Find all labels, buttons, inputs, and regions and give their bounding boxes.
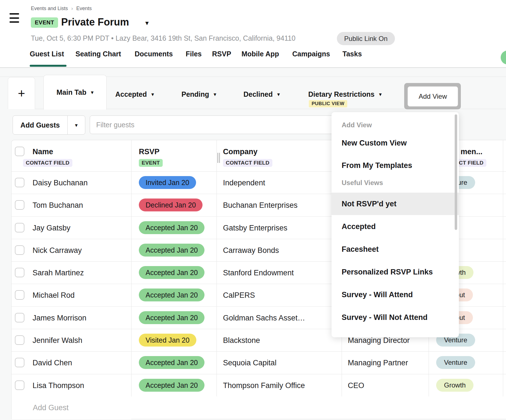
guest-name[interactable]: David Chen: [33, 359, 72, 367]
column-header-company[interactable]: Company: [223, 147, 257, 156]
row-checkbox[interactable]: [15, 268, 24, 277]
guest-name[interactable]: James Morrison: [33, 314, 86, 322]
menu-item-not-rsvpd-yet[interactable]: Not RSVP'd yet: [332, 193, 459, 215]
view-tab-main-tab[interactable]: Main Tab ▾: [43, 75, 107, 110]
row-checkbox[interactable]: [15, 380, 24, 390]
table-bottom-border: [131, 419, 506, 419]
select-all-checkbox[interactable]: [15, 147, 24, 156]
add-tab-button[interactable]: +: [8, 77, 35, 109]
menu-item-new-custom-view[interactable]: New Custom View: [332, 132, 459, 154]
tab-files[interactable]: Files: [186, 50, 202, 58]
view-tab-declined[interactable]: Declined ▾: [243, 90, 280, 98]
filter-guests-placeholder: Filter guests: [96, 121, 134, 129]
row-checkbox[interactable]: [15, 178, 24, 187]
guest-title[interactable]: Managing Partner: [348, 359, 408, 367]
rsvp-status-pill[interactable]: Accepted Jan 20: [139, 266, 204, 279]
row-checkbox[interactable]: [15, 335, 24, 345]
tab-campaigns[interactable]: Campaigns: [292, 50, 330, 58]
guest-name[interactable]: Lisa Thompson: [33, 381, 84, 390]
guest-company[interactable]: Blackstone: [223, 336, 260, 345]
chevron-down-icon[interactable]: ▾: [277, 91, 280, 98]
guest-company[interactable]: Goldman Sachs Asset…: [223, 314, 305, 322]
public-link-status-badge[interactable]: Public Link On: [337, 32, 395, 45]
hamburger-menu-icon[interactable]: [10, 13, 19, 23]
tab-seating-chart[interactable]: Seating Chart: [75, 50, 121, 58]
menu-item-survey-will-not-attend[interactable]: Survey - Will Not Attend: [332, 306, 459, 329]
row-checkbox[interactable]: [15, 223, 24, 232]
row-checkbox[interactable]: [15, 358, 24, 367]
column-resize-handle[interactable]: [217, 153, 221, 163]
guest-name[interactable]: Tom Buchanan: [33, 201, 83, 210]
rsvp-status-pill[interactable]: Accepted Jan 20: [139, 244, 204, 257]
view-tab-dietary-restrictions[interactable]: Dietary Restrictions ▾: [308, 90, 382, 98]
guest-company[interactable]: Carraway Bonds: [223, 246, 279, 255]
add-guests-button[interactable]: Add Guests ▾: [13, 116, 85, 135]
add-guest-row[interactable]: Add Guest: [11, 396, 506, 419]
guest-company[interactable]: Independent: [223, 179, 265, 187]
tab-guest-list[interactable]: Guest List: [30, 50, 64, 58]
chevron-down-icon[interactable]: ▾: [151, 91, 154, 98]
guest-name[interactable]: Sarah Martinez: [33, 269, 84, 277]
rsvp-status-pill[interactable]: Accepted Jan 20: [139, 221, 204, 234]
guest-company[interactable]: Sequoia Capital: [223, 359, 277, 367]
guest-name[interactable]: Daisy Buchanan: [33, 179, 88, 187]
tab-tasks[interactable]: Tasks: [342, 50, 362, 58]
guest-name[interactable]: Jay Gatsby: [33, 224, 70, 232]
column-header-name[interactable]: Name: [33, 147, 53, 156]
guest-company[interactable]: CalPERS: [223, 291, 255, 300]
rsvp-status-pill[interactable]: Accepted Jan 20: [139, 311, 204, 324]
menu-item-from-my-templates[interactable]: From My Templates: [332, 154, 459, 177]
add-guests-dropdown-caret-icon[interactable]: ▾: [67, 116, 85, 134]
menu-item-accepted[interactable]: Accepted: [332, 215, 459, 238]
floating-action-button[interactable]: [501, 50, 506, 64]
dropdown-section-add-view: Add View: [342, 121, 372, 129]
rsvp-status-pill[interactable]: Accepted Jan 20: [139, 356, 204, 369]
row-checkbox[interactable]: [15, 313, 24, 322]
view-tab-pending[interactable]: Pending ▾: [181, 90, 216, 98]
column-tag-contact-field: CONTACT FIELD: [223, 159, 272, 167]
row-checkbox[interactable]: [15, 290, 24, 300]
rsvp-status-pill[interactable]: Declined Jan 20: [139, 199, 203, 211]
breadcrumb-events[interactable]: Events: [76, 6, 92, 11]
guest-company[interactable]: Buchanan Enterprises: [223, 201, 298, 210]
title-dropdown-caret-icon[interactable]: ▾: [145, 19, 149, 27]
segment-badge[interactable]: Growth: [436, 379, 473, 392]
guest-name[interactable]: Nick Carraway: [33, 246, 82, 255]
rsvp-status-pill[interactable]: Visited Jan 20: [139, 334, 196, 347]
chevron-down-icon[interactable]: ▾: [214, 91, 217, 98]
menu-item-partial-clipped[interactable]: 2024 Guest: [332, 330, 459, 337]
menu-item-personalized-rsvp-links[interactable]: Personalized RSVP Links: [332, 261, 459, 283]
guest-company[interactable]: Stanford Endowment: [223, 269, 294, 277]
view-tab-dietary-label: Dietary Restrictions: [308, 90, 374, 98]
segment-badge[interactable]: Venture: [436, 356, 475, 369]
page-title: Private Forum: [61, 16, 129, 28]
rsvp-status-pill[interactable]: Invited Jan 20: [139, 176, 196, 189]
menu-item-facesheet[interactable]: Facesheet: [332, 238, 459, 260]
guest-name[interactable]: Jennifer Walsh: [33, 336, 82, 345]
event-date-location: Tue, Oct 5, 6:30 PM PDT • Lazy Bear, 341…: [31, 34, 296, 42]
guest-company[interactable]: Gatsby Enterprises: [223, 224, 288, 232]
view-tab-accepted[interactable]: Accepted ▾: [115, 90, 154, 98]
row-checkbox[interactable]: [15, 200, 24, 210]
guest-title[interactable]: Managing Director: [348, 336, 410, 345]
guest-title[interactable]: CEO: [348, 381, 364, 390]
tab-rsvp[interactable]: RSVP: [212, 50, 231, 58]
rsvp-status-pill[interactable]: Accepted Jan 20: [139, 379, 204, 392]
guest-company[interactable]: Thompson Family Office: [223, 381, 305, 390]
column-header-truncated[interactable]: men...: [461, 147, 482, 156]
chevron-down-icon[interactable]: ▾: [91, 89, 94, 96]
breadcrumb: Events and Lists › Events: [31, 6, 92, 11]
view-tab-accepted-label: Accepted: [115, 90, 147, 98]
tab-mobile-app[interactable]: Mobile App: [242, 50, 279, 58]
breadcrumb-events-and-lists[interactable]: Events and Lists: [31, 6, 68, 11]
dropdown-scrollbar[interactable]: [455, 114, 457, 230]
chevron-down-icon[interactable]: ▾: [379, 91, 382, 98]
rsvp-status-pill[interactable]: Accepted Jan 20: [139, 289, 204, 301]
tab-documents[interactable]: Documents: [135, 50, 173, 58]
guest-name[interactable]: Michael Rod: [33, 291, 75, 300]
row-checkbox[interactable]: [15, 245, 24, 255]
add-view-button[interactable]: Add View: [408, 86, 458, 107]
column-header-rsvp[interactable]: RSVP: [139, 147, 160, 156]
view-tab-pending-label: Pending: [181, 90, 209, 98]
menu-item-survey-will-attend[interactable]: Survey - Will Attend: [332, 283, 459, 306]
